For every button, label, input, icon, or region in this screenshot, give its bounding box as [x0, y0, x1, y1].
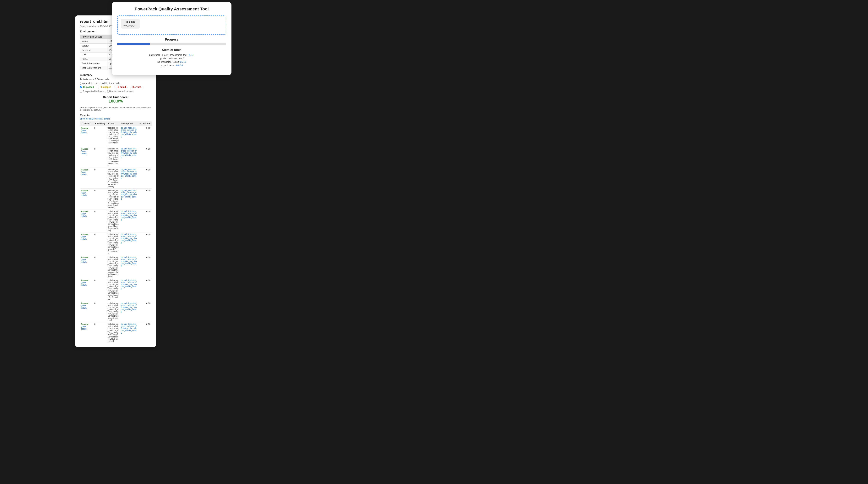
result-sort: ▲ Result — [81, 122, 90, 125]
test-cell: tests/test_collector_affinity.py::test_d… — [106, 302, 120, 322]
col-duration[interactable]: ▼ Duration — [138, 121, 152, 126]
tests-ran-text: 14 tests ran in 0.06 seconds. — [80, 78, 152, 81]
suite-item-3-label: pp_standards_tests : — [157, 61, 180, 63]
show-details-link[interactable]: (show details) — [81, 259, 87, 263]
env-key-parser: Parser — [80, 57, 107, 61]
show-details-link[interactable]: (show details) — [81, 192, 87, 196]
suite-title: Suite of tools — [117, 48, 226, 52]
duration-cell: 0.00 — [138, 302, 152, 322]
results-table: ▲ Result ▼ Severity ▼ Test Description ▼… — [80, 121, 152, 343]
desc-link[interactable]: pp_unit_tests.tests.test_collector_affin… — [121, 210, 137, 221]
duration-cell: 0.00 — [138, 126, 152, 147]
show-details-link[interactable]: (show details) — [81, 213, 87, 217]
suite-item-3-version[interactable]: 0.5.19 — [180, 61, 186, 63]
show-details-link[interactable]: (show details) — [81, 325, 87, 330]
desc-link[interactable]: pp_unit_tests.tests.test_collector_affin… — [121, 233, 137, 244]
desc-link[interactable]: pp_unit_tests.tests.test_collector_affin… — [121, 169, 137, 179]
suite-item-1-label: powerpack_quality_assessment_tool : — [149, 54, 189, 56]
result-cell: Passed — [81, 210, 89, 212]
severity-cell: 0 — [93, 322, 106, 343]
show-details-link[interactable]: (show details) — [81, 282, 87, 286]
filter-failed-label: 0 failed — [118, 86, 126, 88]
test-cell: tests/test_collector_affinity.py::test_d… — [106, 322, 120, 343]
severity-cell: 0 — [93, 278, 106, 302]
filter-failed-checkbox[interactable] — [115, 86, 117, 88]
test-cell: tests/test_collector_affinity.py::test_d… — [106, 255, 120, 278]
desc-link[interactable]: pp_unit_tests.tests.test_collector_affin… — [121, 148, 137, 158]
suite-item-2: pp_alert_validator : 0.4.2 — [117, 57, 226, 60]
duration-cell: 0.00 — [138, 168, 152, 189]
test-cell: tests/test_collector_affinity.py::test_d… — [106, 209, 120, 232]
filter-xfail[interactable]: 0 expected failures — [80, 90, 103, 93]
test-cell: tests/test_collector_affinity.py::test_d… — [106, 189, 120, 209]
score-section: Report Unit Score: 100.0% — [80, 95, 152, 104]
results-links: Show all details / Hide all details — [80, 118, 152, 120]
desc-cell: pp_unit_tests.tests.test_collector_affin… — [120, 302, 138, 322]
desc-link[interactable]: pp_unit_tests.tests.test_collector_affin… — [121, 323, 137, 334]
severity-sort: ▼ Severity — [94, 122, 105, 125]
show-details-link[interactable]: (show details) — [81, 130, 87, 134]
url-hint: Add '?collapsed=Passed,XFailed,Skipped' … — [80, 106, 152, 111]
filter-skipped[interactable]: 0 skipped — [98, 86, 111, 88]
col-result[interactable]: ▲ Result — [80, 121, 93, 126]
result-cell: Passed — [81, 302, 89, 305]
suite-item-1-version[interactable]: 1.0.2 — [189, 54, 194, 56]
progress-section: Progress — [117, 38, 226, 45]
duration-cell: 0.00 — [138, 232, 152, 255]
test-cell: tests/test_collector_affinity.py::test_d… — [106, 147, 120, 168]
filter-failed[interactable]: 0 failed — [115, 86, 126, 88]
filter-passed[interactable]: 14 passed — [80, 86, 94, 88]
show-details-link[interactable]: (show details) — [81, 171, 87, 175]
desc-cell: pp_unit_tests.tests.test_collector_affin… — [120, 255, 138, 278]
desc-cell: pp_unit_tests.tests.test_collector_affin… — [120, 209, 138, 232]
desc-link[interactable]: pp_unit_tests.tests.test_collector_affin… — [121, 302, 137, 313]
filter-errors-label: 0 errors — [132, 86, 141, 88]
desc-link[interactable]: pp_unit_tests.tests.test_collector_affin… — [121, 127, 137, 138]
table-row: Passed (show details)0tests/test_collect… — [80, 302, 152, 322]
filter-errors-checkbox[interactable] — [130, 86, 132, 88]
score-value: 100.0% — [80, 98, 152, 104]
upload-zone[interactable]: 12.9 MB HPE_Edge_C... — [117, 16, 226, 35]
suite-item-3: pp_standards_tests : 0.5.19 — [117, 61, 226, 63]
desc-link[interactable]: pp_unit_tests.tests.test_collector_affin… — [121, 190, 137, 200]
env-key-suite-versions: Test Suite Versions — [80, 66, 107, 70]
result-cell: Passed — [81, 148, 89, 150]
pp-title: PowerPack Quality Assessment Tool — [117, 6, 226, 11]
hide-all-link[interactable]: Hide all details — [96, 118, 110, 120]
filter-errors[interactable]: 0 errors — [130, 86, 141, 88]
duration-cell: 0.00 — [138, 322, 152, 343]
desc-link[interactable]: pp_unit_tests.tests.test_collector_affin… — [121, 256, 137, 267]
show-all-link[interactable]: Show all details — [80, 118, 94, 120]
filter-xpass[interactable]: 0 unexpected passes — [107, 90, 133, 93]
show-details-link[interactable]: (show details) — [81, 150, 87, 154]
filter-passed-checkbox[interactable] — [80, 86, 82, 88]
show-details-link[interactable]: (show details) — [81, 305, 87, 309]
show-details-link[interactable]: (show details) — [81, 236, 87, 240]
filter-xpass-checkbox[interactable] — [107, 90, 110, 92]
desc-link[interactable]: pp_unit_tests.tests.test_collector_affin… — [121, 279, 137, 290]
col-severity[interactable]: ▼ Severity — [93, 121, 106, 126]
result-cell: Passed — [81, 256, 89, 258]
severity-cell: 0 — [93, 147, 106, 168]
severity-cell: 0 — [93, 126, 106, 147]
result-cell: Passed — [81, 190, 89, 192]
filter-xfail-checkbox[interactable] — [80, 90, 82, 92]
table-row: Passed (show details)0tests/test_collect… — [80, 126, 152, 147]
desc-cell: pp_unit_tests.tests.test_collector_affin… — [120, 126, 138, 147]
results-title: Results — [80, 114, 152, 117]
suite-section: Suite of tools powerpack_quality_assessm… — [117, 48, 226, 67]
col-test[interactable]: ▼ Test — [106, 121, 120, 126]
desc-cell: pp_unit_tests.tests.test_collector_affin… — [120, 322, 138, 343]
severity-cell: 0 — [93, 232, 106, 255]
desc-cell: pp_unit_tests.tests.test_collector_affin… — [120, 278, 138, 302]
desc-cell: pp_unit_tests.tests.test_collector_affin… — [120, 147, 138, 168]
col-description: Description — [120, 121, 138, 126]
test-cell: tests/test_collector_affinity.py::test_d… — [106, 278, 120, 302]
duration-cell: 0.00 — [138, 278, 152, 302]
progress-label: Progress — [117, 38, 226, 41]
suite-item-4-version[interactable]: 0.0.28 — [176, 64, 183, 67]
duration-cell: 0.00 — [138, 147, 152, 168]
filter-skipped-checkbox[interactable] — [98, 86, 100, 88]
severity-cell: 0 — [93, 209, 106, 232]
result-cell: Passed — [81, 323, 89, 325]
